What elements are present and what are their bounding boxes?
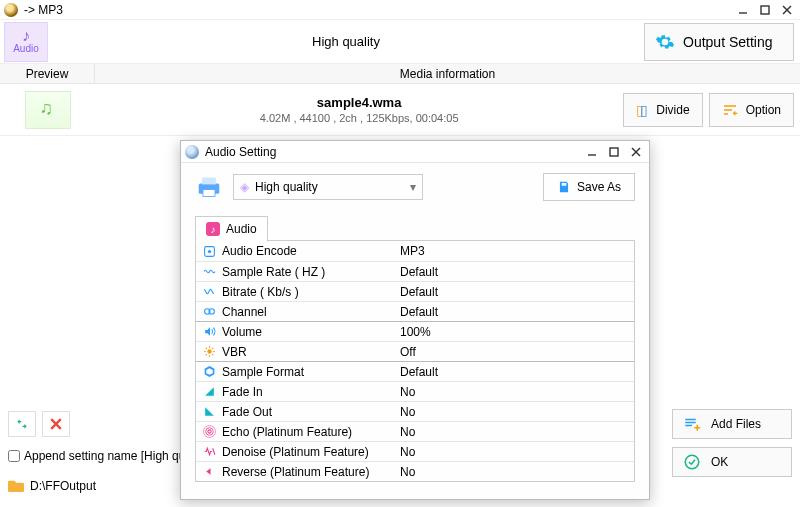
- svg-line-22: [212, 448, 214, 455]
- window-title: -> MP3: [24, 3, 63, 17]
- minimize-button[interactable]: [734, 3, 752, 17]
- property-value[interactable]: No: [396, 445, 634, 459]
- add-files-button[interactable]: Add Files: [672, 409, 792, 439]
- svg-rect-1: [761, 6, 769, 14]
- music-note-icon: ♪: [22, 29, 30, 43]
- property-value[interactable]: Default: [396, 305, 634, 319]
- option-icon: [722, 102, 738, 118]
- property-row[interactable]: Volume100%: [196, 321, 634, 341]
- echo-icon: [202, 425, 216, 439]
- output-setting-button[interactable]: Output Setting: [644, 23, 794, 61]
- property-key: Sample Rate ( HZ ): [222, 265, 325, 279]
- property-key: Reverse (Platinum Feature): [222, 465, 369, 479]
- preset-icon: [195, 175, 223, 199]
- svg-rect-13: [203, 190, 215, 197]
- property-value[interactable]: Off: [396, 345, 634, 359]
- fadein-icon: [202, 385, 216, 399]
- folder-icon: [8, 479, 24, 493]
- file-row[interactable]: sample4.wma 4.02M , 44100 , 2ch , 125Kbp…: [0, 84, 800, 136]
- add-files-icon: [683, 415, 701, 433]
- svg-point-19: [207, 430, 210, 433]
- quality-preset-dropdown[interactable]: ◈ High quality ▾: [233, 174, 423, 200]
- property-row[interactable]: Sample Rate ( HZ )Default: [196, 261, 634, 281]
- property-value[interactable]: No: [396, 425, 634, 439]
- quality-display: High quality: [48, 34, 644, 49]
- audio-properties-table: Audio EncodeMP3Sample Rate ( HZ )Default…: [195, 241, 635, 482]
- property-key: Fade In: [222, 385, 263, 399]
- close-button[interactable]: [778, 3, 796, 17]
- property-value[interactable]: Default: [396, 285, 634, 299]
- preview-cell: [0, 84, 95, 135]
- property-row[interactable]: Audio EncodeMP3: [196, 241, 634, 261]
- gear-icon: [655, 32, 675, 52]
- property-value[interactable]: No: [396, 405, 634, 419]
- property-value[interactable]: 100%: [396, 325, 634, 339]
- divide-button[interactable]: ▯▯ Divide: [623, 93, 702, 127]
- ok-button[interactable]: OK: [672, 447, 792, 477]
- audio-format-chip[interactable]: ♪ Audio: [4, 22, 48, 62]
- property-value[interactable]: MP3: [396, 244, 634, 258]
- remove-button[interactable]: [42, 411, 70, 437]
- reverse-icon: [202, 465, 216, 479]
- vbr-icon: [202, 345, 216, 359]
- channel-icon: [202, 305, 216, 319]
- header-media-info: Media information: [95, 64, 800, 83]
- dialog-titlebar: Audio Setting: [181, 141, 649, 163]
- divide-icon: ▯▯: [636, 102, 648, 118]
- append-setting-checkbox[interactable]: [8, 450, 20, 462]
- tab-audio-label: Audio: [226, 222, 257, 236]
- property-value[interactable]: Default: [396, 265, 634, 279]
- remove-icon: [50, 418, 62, 430]
- save-as-button[interactable]: Save As: [543, 173, 635, 201]
- bitrate-icon: [202, 285, 216, 299]
- rate-icon: [202, 265, 216, 279]
- preset-small-icon: ◈: [240, 180, 249, 194]
- property-row[interactable]: VBROff: [196, 341, 634, 361]
- property-key: Audio Encode: [222, 244, 297, 258]
- property-key: Denoise (Platinum Feature): [222, 445, 369, 459]
- option-button[interactable]: Option: [709, 93, 794, 127]
- property-row[interactable]: Sample FormatDefault: [196, 361, 634, 381]
- dialog-app-icon: [185, 145, 199, 159]
- dialog-close-button[interactable]: [627, 145, 645, 159]
- format-icon: [202, 365, 216, 379]
- audio-setting-dialog: Audio Setting ◈ High quality ▾: [180, 140, 650, 500]
- dialog-maximize-button[interactable]: [605, 145, 623, 159]
- property-value[interactable]: No: [396, 385, 634, 399]
- denoise-icon: [202, 445, 216, 459]
- property-key: Bitrate ( Kb/s ): [222, 285, 299, 299]
- property-key: Echo (Platinum Feature): [222, 425, 352, 439]
- column-headers: Preview Media information: [0, 64, 800, 84]
- svg-point-15: [207, 249, 210, 252]
- dialog-minimize-button[interactable]: [583, 145, 601, 159]
- property-value[interactable]: Default: [396, 365, 634, 379]
- move-button[interactable]: [8, 411, 36, 437]
- property-row[interactable]: ChannelDefault: [196, 301, 634, 321]
- save-as-label: Save As: [577, 180, 621, 194]
- property-row[interactable]: Reverse (Platinum Feature)No: [196, 461, 634, 481]
- property-row[interactable]: Denoise (Platinum Feature)No: [196, 441, 634, 461]
- property-key: Channel: [222, 305, 267, 319]
- property-row[interactable]: Bitrate ( Kb/s )Default: [196, 281, 634, 301]
- svg-point-6: [685, 455, 699, 469]
- add-files-label: Add Files: [711, 417, 761, 431]
- property-row[interactable]: Fade OutNo: [196, 401, 634, 421]
- divide-label: Divide: [656, 103, 689, 117]
- property-value[interactable]: No: [396, 465, 634, 479]
- tab-audio[interactable]: ♪ Audio: [195, 216, 268, 242]
- chevron-down-icon: ▾: [410, 180, 416, 194]
- property-row[interactable]: Echo (Platinum Feature)No: [196, 421, 634, 441]
- maximize-button[interactable]: [756, 3, 774, 17]
- audio-chip-label: Audio: [13, 43, 39, 54]
- property-key: Volume: [222, 325, 262, 339]
- output-path[interactable]: D:\FFOutput: [30, 479, 96, 493]
- file-name: sample4.wma: [317, 95, 402, 110]
- property-row[interactable]: Fade InNo: [196, 381, 634, 401]
- arrows-icon: [15, 417, 29, 431]
- dialog-title: Audio Setting: [205, 145, 276, 159]
- main-titlebar: -> MP3: [0, 0, 800, 20]
- svg-point-18: [207, 349, 211, 353]
- property-key: Fade Out: [222, 405, 272, 419]
- check-circle-icon: [683, 453, 701, 471]
- svg-rect-12: [202, 178, 216, 185]
